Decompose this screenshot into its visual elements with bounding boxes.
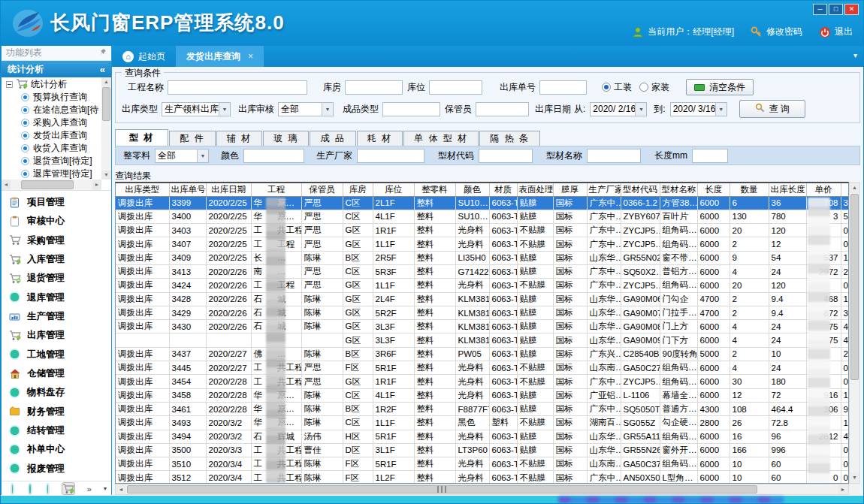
table-row[interactable]: 调拨出库34002020/2/25华原…严思C区4L1F整料SU10…6063-… (116, 210, 849, 223)
col-header-film[interactable]: 膜厚 (553, 183, 587, 196)
table-row[interactable]: 调拨出库34932020/3/2华原…陈琳C区1L1F整料黑色塑料不贴膜国标湖南… (116, 416, 849, 430)
table-row[interactable]: 调拨出库34242020/2/26工工程严思G区1L1F整料光身料6063-T5… (116, 279, 849, 292)
sidebar-item-仓储管理[interactable]: 仓储管理 (2, 364, 111, 383)
tab-overflow-caret-icon[interactable]: ▾ (853, 51, 857, 59)
material-tab-成品[interactable]: 成 品 (310, 131, 355, 146)
table-row[interactable]: 调拨出库34292020/2/26石城陈琳G区5R2F整料KLM38176063… (116, 306, 849, 319)
sidebar-item-补单中心[interactable]: 补单中心 (2, 440, 111, 459)
product-type-input[interactable] (382, 102, 440, 116)
table-vertical-scrollbar[interactable]: ▲ ▼ (849, 182, 860, 484)
hscroll-thumb[interactable] (127, 485, 757, 493)
col-header-len[interactable]: 长度 (697, 183, 730, 196)
col-header-color[interactable]: 颜色 (455, 183, 489, 196)
scroll-left-icon[interactable]: ◄ (2, 180, 11, 190)
audit-select[interactable]: 全部▼ (278, 102, 334, 116)
tree-item-预算执行查询[interactable]: 预算执行查询 (2, 91, 101, 104)
radio-jiazhuang[interactable] (639, 83, 648, 92)
col-header-type[interactable]: 出库类型 (116, 183, 169, 196)
module-dot-icon[interactable] (12, 484, 13, 493)
tree-item-采购入库查询[interactable]: 采购入库查询 (2, 116, 101, 129)
logout[interactable]: 退出 (819, 26, 853, 38)
sidebar-item-物料盘存[interactable]: 物料盘存 (2, 383, 111, 402)
col-header-material[interactable]: 材质 (489, 183, 517, 196)
table-row[interactable]: 调拨出库34542020/2/28工共工程严思G区1R1F整料光身料6063-T… (116, 375, 849, 388)
change-password[interactable]: 修改密码 (751, 26, 802, 38)
sidebar-item-采购管理[interactable]: 采购管理 (2, 231, 111, 250)
more-caret-icon[interactable]: ▾ (104, 485, 107, 492)
scroll-left-icon[interactable]: ◄ (116, 484, 126, 494)
col-header-name[interactable]: 型材名称 (660, 183, 697, 196)
col-header-whole[interactable]: 整零料 (414, 183, 455, 196)
collapse-icon[interactable]: « (100, 64, 105, 75)
sidebar-item-工地管理[interactable]: 工地管理 (2, 346, 111, 364)
scroll-down-icon[interactable]: ▼ (101, 171, 111, 180)
table-row[interactable]: 调拨出库34282020/2/26石城陈琳G区2L4F整料KLM38176063… (116, 292, 849, 306)
clear-conditions-button[interactable]: 清空条件 (686, 79, 754, 95)
tree-item-在途信息查询[待[interactable]: 在途信息查询[待 (2, 104, 101, 116)
keeper-input[interactable] (476, 102, 529, 116)
material-tab-型材[interactable]: 型 材 (115, 129, 168, 146)
table-row[interactable]: 调拨出库34132020/2/26南…严思C区5R3F整料G714226063-… (116, 264, 849, 278)
close-button[interactable]: ✕ (844, 4, 859, 15)
tree-root[interactable]: 统计分析 (2, 77, 101, 91)
length-input[interactable] (692, 149, 728, 163)
tree-hscroll-thumb[interactable] (21, 180, 74, 189)
scroll-right-icon[interactable]: ► (92, 180, 101, 190)
col-header-maker[interactable]: 生产厂家 (587, 183, 621, 196)
date-to-picker[interactable]: 2020/ 3/16▼ (670, 102, 727, 116)
sidebar-item-结转管理[interactable]: 结转管理 (2, 421, 111, 440)
scroll-up-icon[interactable]: ▲ (850, 183, 859, 193)
table-row[interactable]: 调拨出库34612020/2/28华原…陈琳B区1R2F整料F8877FT606… (116, 402, 849, 415)
tree-item-退库管理[待定][interactable]: 退库管理[待定] (2, 167, 101, 180)
table-row[interactable]: G区3L3F整料KLM38176063-T5贴膜国标山东华…GA90M09.门下… (116, 333, 849, 347)
tab-shipment-query[interactable]: 发货出库查询 × (176, 46, 264, 67)
tree-expand-icon[interactable] (6, 81, 13, 88)
table-row[interactable]: 调拨出库33992020/2/25华原…严思C区2L1F整料SU10…6063-… (116, 196, 849, 210)
sidebar-item-退货管理[interactable]: 退货管理 (2, 269, 111, 288)
warehouse-input[interactable] (345, 80, 403, 95)
maker-input[interactable] (357, 149, 424, 163)
minimize-button[interactable]: ─ (813, 4, 827, 15)
scroll-right-icon[interactable]: ► (838, 484, 848, 494)
maximize-button[interactable]: □ (829, 4, 843, 15)
out-type-select[interactable]: 生产领料出库▼ (162, 102, 231, 116)
project-name-input[interactable] (168, 80, 307, 95)
material-tab-玻璃[interactable]: 玻 璃 (263, 131, 309, 146)
sidebar-item-报废管理[interactable]: 报废管理 (2, 460, 111, 478)
module-dot-icon[interactable] (29, 484, 30, 493)
name-input[interactable] (587, 149, 641, 163)
tree-vertical-scrollbar[interactable]: ▲ ▼ (101, 77, 111, 180)
sidebar-item-项目管理[interactable]: 项目管理 (2, 193, 111, 212)
col-header-no[interactable]: 出库单号 (169, 183, 206, 196)
table-row[interactable]: 调拨出库35002020/3/3工共工程曹佳D区3L1F整料LT3P606063… (116, 443, 849, 457)
vscroll-thumb[interactable] (850, 194, 859, 380)
col-header-loc[interactable]: 库位 (373, 183, 414, 196)
table-row[interactable]: 调拨出库34372020/2/27佛…陈琳B区3R6F整料PW056063-T5… (116, 347, 849, 361)
sidebar-item-出库管理[interactable]: 出库管理 (2, 326, 111, 345)
more-modules-button[interactable]: » (87, 484, 92, 493)
material-tab-隔热条[interactable]: 隔 热 条 (479, 131, 540, 146)
module-dot-icon[interactable] (47, 484, 48, 493)
location-input[interactable] (429, 80, 482, 95)
table-row[interactable]: 调拨出库35122020/3/4工共工程陈琳F区1L2F整料光身料6063-T5… (116, 471, 849, 484)
tree-item-发货出库查询[interactable]: 发货出库查询 (2, 129, 101, 142)
color-input[interactable] (243, 149, 304, 163)
material-tab-单体型材[interactable]: 单 体 型 材 (403, 131, 479, 146)
table-row[interactable]: 调拨出库34072020/2/25工工程严思G区1L1F整料光身料6063-T5… (116, 237, 849, 251)
col-header-outlen[interactable]: 出库长度 (769, 183, 806, 196)
cart-module-button[interactable] (62, 482, 75, 495)
tab-close-icon[interactable]: × (248, 51, 253, 62)
material-tab-辅材[interactable]: 辅 材 (216, 131, 262, 146)
tree-item-收货入库查询[interactable]: 收货入库查询 (2, 142, 101, 155)
tree-item-退货查询[待定][interactable]: 退货查询[待定] (2, 155, 101, 167)
col-header-amount[interactable]: 金 (841, 183, 849, 196)
table-horizontal-scrollbar[interactable]: ◄ ► (115, 484, 849, 495)
col-header-qty[interactable]: 数量 (730, 183, 769, 196)
sidebar-section-header[interactable]: 统计分析 « (2, 61, 111, 77)
table-row[interactable]: 调拨出库34092020/2/25长…陈琳B区2R5F整料LI35H06063-… (116, 251, 849, 264)
sidebar-item-财务管理[interactable]: 财务管理 (2, 403, 111, 421)
order-no-input[interactable] (539, 80, 587, 95)
col-header-date[interactable]: 出库日期 (206, 183, 251, 196)
code-input[interactable] (479, 149, 533, 163)
col-header-surface[interactable]: 表面处理 (517, 183, 553, 196)
